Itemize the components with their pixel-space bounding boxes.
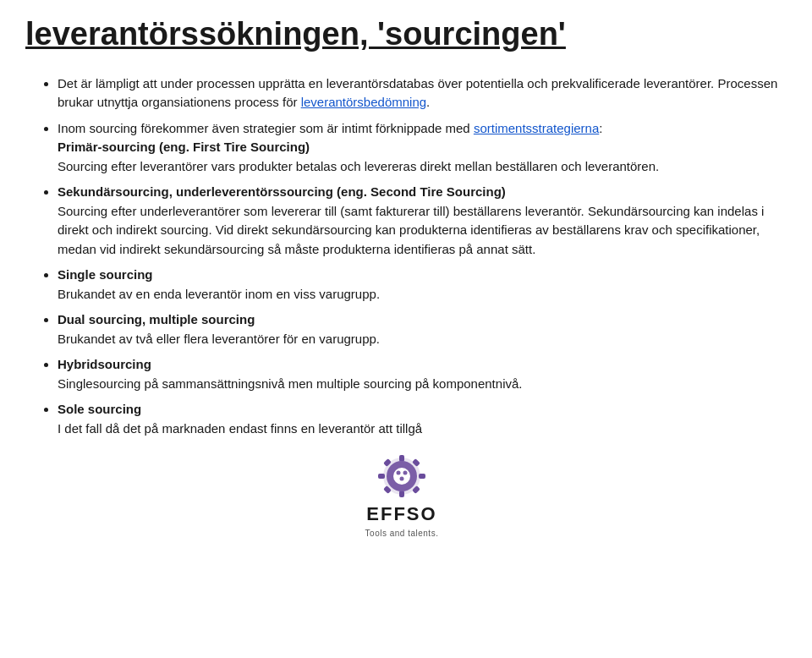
term-body: Sourcing efter leverantörer vars produkt… — [58, 159, 659, 173]
list-item-dual-sourcing: Dual sourcing, multiple sourcing Brukand… — [58, 310, 778, 348]
list-item: Det är lämpligt att under processen uppr… — [58, 74, 778, 112]
svg-point-12 — [403, 471, 407, 475]
svg-rect-2 — [399, 491, 404, 497]
term-heading: Sole sourcing — [58, 402, 141, 416]
leverantörsbedömning-link[interactable]: leverantörsbedömning — [301, 95, 426, 109]
term-heading: Dual sourcing, multiple sourcing — [58, 312, 255, 326]
list-item-hybridsourcing: Hybridsourcing Singlesourcing på sammans… — [58, 355, 778, 393]
list-item-sole-sourcing: Sole sourcing I det fall då det på markn… — [58, 400, 778, 438]
list-item-single-sourcing: Single sourcing Brukandet av en enda lev… — [58, 266, 778, 304]
svg-rect-4 — [419, 474, 425, 479]
term-heading: Primär-sourcing (eng. First Tire Sourcin… — [58, 140, 310, 154]
svg-rect-1 — [399, 455, 404, 462]
main-bullet-list: Det är lämpligt att under processen uppr… — [34, 74, 778, 439]
term-body: I det fall då det på marknaden endast fi… — [58, 421, 422, 436]
list-item: Sekundärsourcing, underleverentörssourci… — [58, 183, 778, 259]
sortimentsstrategierna-link[interactable]: sortimentsstrategierna — [474, 121, 599, 135]
bullet-text: Det är lämpligt att under processen uppr… — [58, 76, 777, 110]
term-heading: Hybridsourcing — [58, 357, 151, 371]
effso-icon — [376, 453, 427, 500]
term-body: Brukandet av två eller flera leverantöre… — [58, 332, 380, 346]
term-heading: Sekundärsourcing, underleverentörssourci… — [58, 184, 506, 199]
list-item: Inom sourcing förekommer även strategier… — [58, 119, 778, 177]
term-body: Brukandet av en enda leverantör inom en … — [58, 287, 380, 301]
effso-logo: EFFSO Tools and talents. — [365, 453, 439, 538]
content-area: Det är lämpligt att under processen uppr… — [25, 74, 778, 439]
term-heading: Single sourcing — [58, 267, 153, 282]
svg-point-11 — [396, 471, 400, 475]
bullet-text: Inom sourcing förekommer även strategier… — [58, 121, 602, 135]
effso-logo-text: EFFSO — [366, 503, 436, 525]
svg-rect-3 — [378, 474, 385, 479]
svg-point-10 — [393, 468, 410, 485]
effso-logo-subtext: Tools and talents. — [365, 529, 439, 538]
term-body: Singlesourcing på sammansättningsnivå me… — [58, 376, 522, 391]
logo-area: EFFSO Tools and talents. — [25, 453, 778, 538]
svg-point-13 — [399, 477, 403, 481]
term-body: Sourcing efter underleverantörer som lev… — [58, 204, 764, 256]
page-title: leverantörssökningen, 'sourcingen' — [25, 15, 778, 59]
